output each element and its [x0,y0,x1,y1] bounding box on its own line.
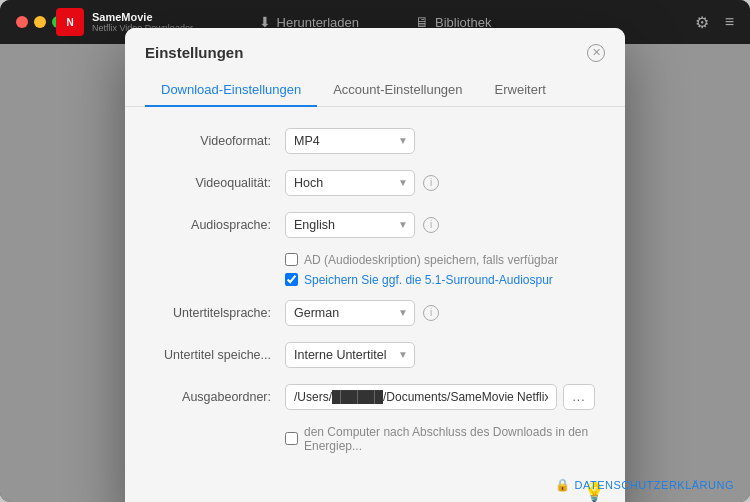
audiosprache-control: English ▼ i [285,212,595,238]
surround-checkbox[interactable] [285,273,298,286]
untertitel-speiche-label: Untertitel speiche... [155,348,285,362]
energy-checkbox[interactable] [285,432,298,445]
audiosprache-select-wrapper: English ▼ [285,212,415,238]
modal-header: Einstellungen ✕ [125,28,625,62]
untertitelsprache-label: Untertitelsprache: [155,306,285,320]
untertitelsprache-info-icon[interactable]: i [423,305,439,321]
energy-checkbox-row: den Computer nach Abschluss des Download… [285,425,595,453]
videoqualitaet-label: Videoqualität: [155,176,285,190]
modal-close-button[interactable]: ✕ [587,44,605,62]
untertitel-speiche-select-wrapper: Interne Untertitel ▼ [285,342,415,368]
ausgabeordner-row: Ausgabeordner: ... [155,383,595,411]
ad-checkbox[interactable] [285,253,298,266]
settings-modal: Einstellungen ✕ Download-Einstellungen A… [125,28,625,503]
untertitelsprache-select-wrapper: German ▼ [285,300,415,326]
modal-body: Videoformat: MP4 ▼ Videoqualit [125,107,625,473]
privacy-shield-icon: 🔒 [555,478,570,492]
tab-advanced[interactable]: Erweitert [479,74,562,107]
tab-download-settings[interactable]: Download-Einstellungen [145,74,317,107]
untertitel-speiche-row: Untertitel speiche... Interne Untertitel… [155,341,595,369]
videoqualitaet-control: Hoch ▼ i [285,170,595,196]
videoformat-label: Videoformat: [155,134,285,148]
audiosprache-row: Audiosprache: English ▼ i [155,211,595,239]
untertitelsprache-select[interactable]: German [285,300,415,326]
modal-title: Einstellungen [145,44,243,61]
audiosprache-select[interactable]: English [285,212,415,238]
ad-checkbox-row: AD (Audiodeskription) speichern, falls v… [285,253,595,267]
audiosprache-label: Audiosprache: [155,218,285,232]
videoqualitaet-select-wrapper: Hoch ▼ [285,170,415,196]
untertitel-speiche-control: Interne Untertitel ▼ [285,342,595,368]
privacy-bar: 🔒 DATENSCHUTZERKLÄRUNG [555,478,734,492]
surround-checkbox-row: Speichern Sie ggf. die 5.1-Surround-Audi… [285,273,595,287]
app-logo-icon: N [56,8,84,36]
untertitelsprache-control: German ▼ i [285,300,595,326]
modal-tabs: Download-Einstellungen Account-Einstellu… [125,62,625,107]
audiosprache-info-icon[interactable]: i [423,217,439,233]
videoqualitaet-select[interactable]: Hoch [285,170,415,196]
videoformat-row: Videoformat: MP4 ▼ [155,127,595,155]
main-content: Einstellungen ✕ Download-Einstellungen A… [0,44,750,502]
surround-checkbox-label[interactable]: Speichern Sie ggf. die 5.1-Surround-Audi… [304,273,553,287]
minimize-button[interactable] [34,16,46,28]
privacy-link[interactable]: DATENSCHUTZERKLÄRUNG [574,479,734,491]
videoqualitaet-info-icon[interactable]: i [423,175,439,191]
ad-checkbox-label: AD (Audiodeskription) speichern, falls v… [304,253,558,267]
ausgabeordner-input[interactable] [285,384,557,410]
energy-checkbox-label: den Computer nach Abschluss des Download… [304,425,595,453]
close-button[interactable] [16,16,28,28]
app-window: N SameMovie Netflix Video Downloader ⬇ H… [0,0,750,502]
settings-icon[interactable]: ⚙ [695,13,709,32]
untertitel-speiche-select[interactable]: Interne Untertitel [285,342,415,368]
title-bar-right: ⚙ ≡ [695,13,734,32]
videoqualitaet-row: Videoqualität: Hoch ▼ i [155,169,595,197]
tab-account-settings[interactable]: Account-Einstellungen [317,74,478,107]
videoformat-select-wrapper: MP4 ▼ [285,128,415,154]
ausgabeordner-label: Ausgabeordner: [155,390,285,404]
untertitelsprache-row: Untertitelsprache: German ▼ i [155,299,595,327]
videoformat-control: MP4 ▼ [285,128,595,154]
videoformat-select[interactable]: MP4 [285,128,415,154]
path-input-wrapper: ... [285,384,595,410]
modal-overlay: Einstellungen ✕ Download-Einstellungen A… [0,44,750,502]
modal-footer: 💡 [125,473,625,503]
ausgabeordner-control: ... [285,384,595,410]
menu-icon[interactable]: ≡ [725,13,734,31]
browse-button[interactable]: ... [563,384,595,410]
app-name: SameMovie [92,11,193,23]
